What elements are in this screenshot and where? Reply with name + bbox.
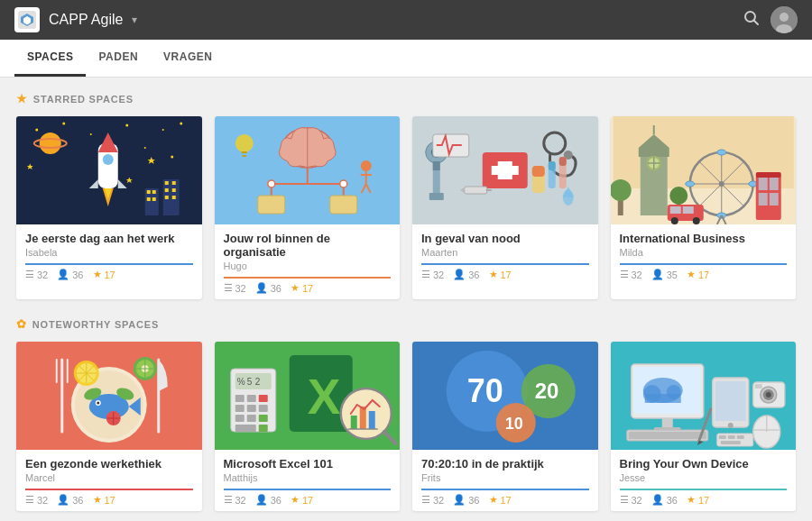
- stars-stat: ★ 17: [687, 494, 709, 506]
- svg-rect-49: [257, 196, 284, 214]
- svg-text:10: 10: [505, 415, 523, 433]
- card-body: Een gezonde werkethiek Marcel ☰ 32 👤 36 …: [16, 450, 202, 511]
- card-author: Marcel: [25, 472, 193, 483]
- pages-stat: ☰ 32: [620, 269, 642, 280]
- app-title: CAPP Agile: [49, 12, 123, 28]
- svg-rect-155: [246, 405, 255, 412]
- users-stat: 👤 35: [651, 269, 678, 280]
- svg-point-25: [103, 154, 114, 165]
- starred-section-title: ★ STARRED SPACES: [16, 92, 796, 105]
- dropdown-chevron-icon[interactable]: ▾: [132, 14, 137, 26]
- stars-stat: ★ 17: [291, 282, 313, 294]
- svg-rect-79: [465, 187, 487, 194]
- stars-stat: ★ 17: [93, 494, 115, 506]
- svg-text:X: X: [307, 369, 340, 425]
- card-title: Een gezonde werkethiek: [25, 457, 193, 471]
- nav-tabs: SPACES PADEN VRAGEN: [0, 40, 812, 78]
- card-author: Maarten: [421, 247, 589, 258]
- star-icon: ★: [16, 92, 28, 105]
- avatar[interactable]: [770, 6, 798, 33]
- svg-rect-33: [147, 197, 151, 201]
- svg-rect-160: [235, 425, 255, 432]
- search-icon[interactable]: [743, 10, 760, 31]
- card-geval-nood[interactable]: In geval van nood Maarten ☰ 32 👤 36 ★ 17: [412, 116, 598, 299]
- card-author: Matthijs: [224, 472, 392, 483]
- svg-rect-87: [638, 148, 669, 157]
- card-body: Microsoft Excel 101 Matthijs ☰ 32 👤 36 ★…: [215, 450, 401, 511]
- svg-rect-159: [258, 415, 267, 422]
- card-image-london: [611, 116, 797, 224]
- card-image-circuits: [215, 116, 401, 224]
- card-body: In geval van nood Maarten ☰ 32 👤 36 ★ 17: [412, 224, 598, 286]
- svg-rect-108: [758, 193, 767, 206]
- svg-rect-169: [359, 407, 365, 429]
- svg-rect-192: [715, 381, 745, 421]
- tab-paden[interactable]: PADEN: [86, 40, 151, 77]
- card-702010[interactable]: 70 20 10 70:20:10 in de praktijk Frits ☰…: [412, 342, 598, 511]
- card-excel[interactable]: % 5 2 X: [215, 342, 401, 511]
- card-stats: ☰ 32 👤 36 ★ 17: [421, 263, 589, 280]
- stars-stat: ★ 17: [489, 269, 512, 280]
- svg-rect-38: [165, 188, 169, 192]
- card-body: 70:20:10 in de praktijk Frits ☰ 32 👤 36 …: [412, 450, 598, 511]
- card-international-business[interactable]: International Business Milda ☰ 32 👤 35 ★…: [611, 116, 797, 299]
- app-logo[interactable]: [14, 7, 40, 32]
- card-image-space: [16, 116, 202, 224]
- svg-text:70: 70: [467, 372, 503, 409]
- card-title: Microsoft Excel 101: [224, 457, 392, 471]
- stars-stat: ★ 17: [489, 494, 512, 506]
- svg-rect-110: [755, 172, 780, 178]
- svg-point-193: [727, 423, 733, 428]
- svg-point-21: [40, 133, 61, 154]
- card-jouw-rol[interactable]: Jouw rol binnen de organisatie Hugo ☰ 32…: [215, 116, 401, 299]
- card-gezonde-werkethiek[interactable]: Een gezonde werkethiek Marcel ☰ 32 👤 36 …: [16, 342, 202, 511]
- svg-point-10: [62, 123, 65, 125]
- svg-rect-154: [235, 405, 244, 412]
- pages-stat: ☰ 32: [421, 269, 444, 280]
- svg-point-14: [180, 123, 182, 125]
- svg-rect-116: [669, 206, 680, 214]
- svg-text:20: 20: [535, 379, 559, 403]
- card-body: Bring Your Own Device Jesse ☰ 32 👤 36 ★ …: [611, 450, 797, 511]
- svg-rect-183: [661, 418, 672, 427]
- card-author: Hugo: [224, 260, 392, 271]
- svg-rect-75: [549, 161, 556, 170]
- svg-rect-31: [147, 190, 151, 194]
- svg-rect-37: [172, 181, 176, 185]
- card-image-medical: [412, 116, 598, 224]
- card-image-device: [611, 342, 797, 450]
- card-eerste-dag[interactable]: Je eerste dag aan het werk Isabela ☰ 32 …: [16, 116, 202, 299]
- card-author: Frits: [421, 472, 589, 483]
- svg-point-13: [162, 129, 164, 131]
- users-stat: 👤 36: [255, 494, 281, 506]
- svg-rect-41: [172, 196, 176, 199]
- svg-point-9: [35, 129, 38, 132]
- tab-spaces[interactable]: SPACES: [14, 40, 86, 77]
- svg-rect-39: [172, 188, 176, 192]
- users-stat: 👤 36: [57, 494, 83, 506]
- svg-rect-40: [165, 196, 169, 199]
- pages-stat: ☰ 32: [25, 269, 48, 280]
- noteworthy-icon: ✿: [16, 317, 27, 331]
- card-stats: ☰ 32 👤 36 ★ 17: [25, 263, 193, 280]
- svg-rect-206: [727, 435, 734, 439]
- tab-vragen[interactable]: VRAGEN: [151, 40, 225, 77]
- stars-stat: ★ 17: [687, 269, 709, 280]
- svg-rect-168: [350, 416, 356, 429]
- card-author: Isabela: [25, 247, 193, 258]
- card-stats: ☰ 32 👤 36 ★ 17: [224, 489, 392, 506]
- pages-stat: ☰ 32: [620, 494, 642, 506]
- svg-rect-50: [329, 196, 356, 214]
- svg-rect-63: [429, 193, 444, 200]
- svg-point-114: [669, 187, 687, 205]
- svg-rect-151: [235, 395, 244, 402]
- card-stats: ☰ 32 👤 36 ★ 17: [421, 489, 589, 506]
- card-byod[interactable]: Bring Your Own Device Jesse ☰ 32 👤 36 ★ …: [611, 342, 797, 511]
- svg-rect-152: [246, 395, 255, 402]
- card-body: Jouw rol binnen de organisatie Hugo ☰ 32…: [215, 224, 401, 299]
- card-title: 70:20:10 in de praktijk: [421, 457, 589, 471]
- card-title: International Business: [620, 232, 788, 245]
- svg-point-126: [97, 402, 99, 405]
- svg-rect-36: [165, 181, 169, 185]
- pages-stat: ☰ 32: [25, 494, 48, 506]
